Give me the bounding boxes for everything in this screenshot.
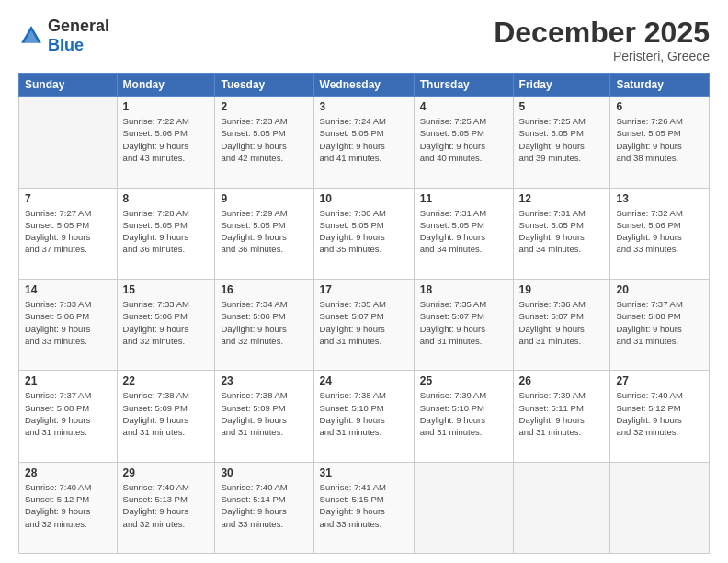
calendar-cell: 9Sunrise: 7:29 AMSunset: 5:05 PMDaylight…: [215, 188, 313, 279]
day-number: 13: [616, 192, 703, 205]
calendar-cell: [19, 97, 118, 188]
calendar-week-5: 28Sunrise: 7:40 AMSunset: 5:12 PMDayligh…: [19, 462, 710, 553]
day-number: 31: [320, 466, 408, 479]
calendar-header-friday: Friday: [513, 74, 610, 97]
calendar-week-3: 14Sunrise: 7:33 AMSunset: 5:06 PMDayligh…: [19, 279, 710, 370]
page: General Blue December 2025 Peristeri, Gr…: [0, 0, 728, 563]
calendar-cell: 8Sunrise: 7:28 AMSunset: 5:05 PMDaylight…: [117, 188, 215, 279]
calendar-cell: 2Sunrise: 7:23 AMSunset: 5:05 PMDaylight…: [215, 97, 313, 188]
calendar-cell: 13Sunrise: 7:32 AMSunset: 5:06 PMDayligh…: [610, 188, 710, 279]
day-info: Sunrise: 7:38 AMSunset: 5:09 PMDaylight:…: [123, 389, 210, 438]
day-number: 15: [123, 283, 210, 296]
calendar-cell: 6Sunrise: 7:26 AMSunset: 5:05 PMDaylight…: [610, 97, 710, 188]
logo-icon: [18, 23, 44, 49]
calendar-cell: 28Sunrise: 7:40 AMSunset: 5:12 PMDayligh…: [19, 462, 118, 553]
day-info: Sunrise: 7:23 AMSunset: 5:05 PMDaylight:…: [221, 115, 307, 164]
calendar-cell: 31Sunrise: 7:41 AMSunset: 5:15 PMDayligh…: [313, 462, 414, 553]
day-number: 16: [221, 283, 307, 296]
day-info: Sunrise: 7:33 AMSunset: 5:06 PMDaylight:…: [123, 298, 210, 347]
day-info: Sunrise: 7:39 AMSunset: 5:11 PMDaylight:…: [519, 389, 605, 438]
day-info: Sunrise: 7:39 AMSunset: 5:10 PMDaylight:…: [420, 389, 507, 438]
day-number: 20: [616, 283, 703, 296]
logo-blue: Blue: [48, 36, 84, 54]
calendar-cell: 5Sunrise: 7:25 AMSunset: 5:05 PMDaylight…: [513, 97, 610, 188]
calendar-cell: 22Sunrise: 7:38 AMSunset: 5:09 PMDayligh…: [117, 371, 215, 462]
day-number: 22: [123, 374, 210, 387]
calendar-header-tuesday: Tuesday: [215, 74, 313, 97]
day-info: Sunrise: 7:30 AMSunset: 5:05 PMDaylight:…: [320, 207, 408, 256]
day-info: Sunrise: 7:27 AMSunset: 5:05 PMDaylight:…: [25, 207, 111, 256]
month-title: December 2025: [494, 17, 710, 49]
calendar-cell: 3Sunrise: 7:24 AMSunset: 5:05 PMDaylight…: [313, 97, 414, 188]
calendar: SundayMondayTuesdayWednesdayThursdayFrid…: [18, 73, 710, 554]
calendar-header-monday: Monday: [117, 74, 215, 97]
calendar-header-wednesday: Wednesday: [313, 74, 414, 97]
day-info: Sunrise: 7:40 AMSunset: 5:12 PMDaylight:…: [25, 481, 111, 530]
calendar-cell: 29Sunrise: 7:40 AMSunset: 5:13 PMDayligh…: [117, 462, 215, 553]
calendar-cell: 21Sunrise: 7:37 AMSunset: 5:08 PMDayligh…: [19, 371, 118, 462]
day-info: Sunrise: 7:29 AMSunset: 5:05 PMDaylight:…: [221, 207, 307, 256]
day-number: 28: [25, 466, 111, 479]
day-number: 5: [519, 100, 605, 113]
header: General Blue December 2025 Peristeri, Gr…: [18, 17, 710, 63]
day-number: 29: [123, 466, 210, 479]
calendar-cell: 18Sunrise: 7:35 AMSunset: 5:07 PMDayligh…: [414, 279, 513, 370]
calendar-cell: 10Sunrise: 7:30 AMSunset: 5:05 PMDayligh…: [313, 188, 414, 279]
day-number: 3: [320, 100, 408, 113]
calendar-cell: 19Sunrise: 7:36 AMSunset: 5:07 PMDayligh…: [513, 279, 610, 370]
day-info: Sunrise: 7:31 AMSunset: 5:05 PMDaylight:…: [519, 207, 605, 256]
calendar-header-row: SundayMondayTuesdayWednesdayThursdayFrid…: [19, 74, 710, 97]
day-number: 14: [25, 283, 111, 296]
calendar-cell: 4Sunrise: 7:25 AMSunset: 5:05 PMDaylight…: [414, 97, 513, 188]
day-number: 27: [616, 374, 703, 387]
day-info: Sunrise: 7:38 AMSunset: 5:09 PMDaylight:…: [221, 389, 307, 438]
calendar-cell: [610, 462, 710, 553]
day-number: 24: [320, 374, 408, 387]
day-info: Sunrise: 7:40 AMSunset: 5:13 PMDaylight:…: [123, 481, 210, 530]
day-info: Sunrise: 7:28 AMSunset: 5:05 PMDaylight:…: [123, 207, 210, 256]
day-info: Sunrise: 7:25 AMSunset: 5:05 PMDaylight:…: [420, 115, 507, 164]
day-info: Sunrise: 7:25 AMSunset: 5:05 PMDaylight:…: [519, 115, 605, 164]
day-number: 9: [221, 192, 307, 205]
day-info: Sunrise: 7:24 AMSunset: 5:05 PMDaylight:…: [320, 115, 408, 164]
calendar-cell: 16Sunrise: 7:34 AMSunset: 5:06 PMDayligh…: [215, 279, 313, 370]
day-number: 6: [616, 100, 703, 113]
day-number: 4: [420, 100, 507, 113]
calendar-cell: 25Sunrise: 7:39 AMSunset: 5:10 PMDayligh…: [414, 371, 513, 462]
calendar-cell: 7Sunrise: 7:27 AMSunset: 5:05 PMDaylight…: [19, 188, 118, 279]
calendar-header-saturday: Saturday: [610, 74, 710, 97]
day-number: 10: [320, 192, 408, 205]
calendar-week-2: 7Sunrise: 7:27 AMSunset: 5:05 PMDaylight…: [19, 188, 710, 279]
day-info: Sunrise: 7:35 AMSunset: 5:07 PMDaylight:…: [420, 298, 507, 347]
day-number: 12: [519, 192, 605, 205]
calendar-cell: 17Sunrise: 7:35 AMSunset: 5:07 PMDayligh…: [313, 279, 414, 370]
calendar-cell: 1Sunrise: 7:22 AMSunset: 5:06 PMDaylight…: [117, 97, 215, 188]
logo: General Blue: [18, 17, 109, 55]
day-number: 11: [420, 192, 507, 205]
day-number: 18: [420, 283, 507, 296]
day-info: Sunrise: 7:35 AMSunset: 5:07 PMDaylight:…: [320, 298, 408, 347]
day-info: Sunrise: 7:34 AMSunset: 5:06 PMDaylight:…: [221, 298, 307, 347]
calendar-header-sunday: Sunday: [19, 74, 118, 97]
logo-text: General Blue: [48, 17, 109, 55]
calendar-cell: 30Sunrise: 7:40 AMSunset: 5:14 PMDayligh…: [215, 462, 313, 553]
calendar-header-thursday: Thursday: [414, 74, 513, 97]
calendar-cell: 11Sunrise: 7:31 AMSunset: 5:05 PMDayligh…: [414, 188, 513, 279]
calendar-cell: 15Sunrise: 7:33 AMSunset: 5:06 PMDayligh…: [117, 279, 215, 370]
day-number: 8: [123, 192, 210, 205]
day-info: Sunrise: 7:38 AMSunset: 5:10 PMDaylight:…: [320, 389, 408, 438]
day-number: 26: [519, 374, 605, 387]
location: Peristeri, Greece: [494, 49, 710, 63]
calendar-cell: 23Sunrise: 7:38 AMSunset: 5:09 PMDayligh…: [215, 371, 313, 462]
day-info: Sunrise: 7:40 AMSunset: 5:12 PMDaylight:…: [616, 389, 703, 438]
day-info: Sunrise: 7:22 AMSunset: 5:06 PMDaylight:…: [123, 115, 210, 164]
day-number: 19: [519, 283, 605, 296]
day-number: 23: [221, 374, 307, 387]
calendar-cell: 12Sunrise: 7:31 AMSunset: 5:05 PMDayligh…: [513, 188, 610, 279]
calendar-cell: [414, 462, 513, 553]
day-number: 7: [25, 192, 111, 205]
day-info: Sunrise: 7:37 AMSunset: 5:08 PMDaylight:…: [616, 298, 703, 347]
day-number: 1: [123, 100, 210, 113]
calendar-cell: [513, 462, 610, 553]
day-number: 30: [221, 466, 307, 479]
